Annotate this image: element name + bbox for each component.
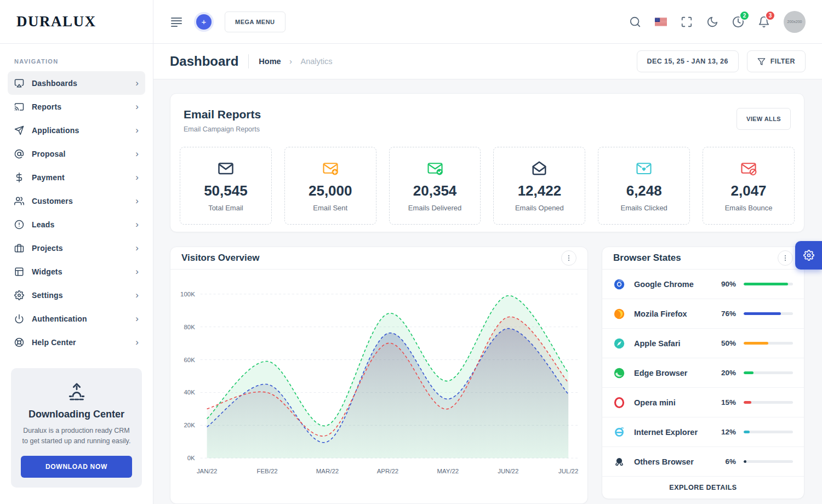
sidebar-item-settings[interactable]: Settings › [8, 283, 145, 307]
stat-label: Total Email [208, 204, 243, 212]
stat-label: Emails Opened [515, 204, 564, 212]
mega-menu-button[interactable]: MEGA MENU [225, 12, 286, 32]
stat-total-email[interactable]: 50,545 Total Email [180, 147, 272, 225]
browser-row-others[interactable]: Others Browser 6% [602, 447, 804, 477]
stat-emails-bounce[interactable]: 2,047 Emails Bounce [703, 147, 795, 225]
sidebar-item-authentication[interactable]: Authentication › [8, 307, 145, 330]
explore-details-link[interactable]: EXPLORE DETAILS [602, 477, 804, 499]
sidebar-item-label: Customers [32, 197, 128, 205]
progress-track [744, 401, 793, 404]
svg-text:MAR/22: MAR/22 [316, 468, 339, 474]
svg-text:40K: 40K [184, 389, 195, 396]
cast-icon [14, 102, 24, 112]
stat-label: Emails Delivered [408, 204, 462, 212]
visitors-overview-card: Visitors Overview 0K20K40K60K80K100KJAN/… [170, 247, 588, 504]
browser-percent: 76% [721, 310, 736, 318]
sidebar-nav: Dashboards › Reports › Applications › Pr… [0, 71, 153, 354]
browser-row-firefox[interactable]: Mozila Firefox 76% [602, 299, 804, 329]
airplay-icon [14, 78, 24, 88]
browser-row-safari[interactable]: Apple Safari 50% [602, 329, 804, 358]
stat-email-sent[interactable]: 25,000 Email Sent [284, 147, 376, 225]
sidebar-item-leads[interactable]: Leads › [8, 213, 145, 236]
sidebar-item-widgets[interactable]: Widgets › [8, 260, 145, 283]
svg-text:100K: 100K [180, 291, 195, 297]
page-title: Dashboard [170, 54, 238, 69]
dollar-sign-icon [14, 173, 24, 182]
kebab-menu-icon[interactable] [561, 250, 576, 266]
view-alls-button[interactable]: VIEW ALLS [737, 108, 791, 130]
sidebar-item-reports[interactable]: Reports › [8, 95, 145, 118]
breadcrumb-current: Analytics [301, 57, 333, 66]
browser-row-edge[interactable]: Edge Browser 20% [602, 358, 804, 388]
stat-value: 6,248 [626, 182, 662, 199]
sidebar-item-help-center[interactable]: Help Center › [8, 330, 145, 354]
stat-emails-opened[interactable]: 12,422 Emails Opened [493, 147, 585, 225]
alert-circle-icon [14, 220, 24, 230]
nav-section-label: NAVIGATION [0, 44, 153, 71]
progress-fill [744, 401, 751, 404]
fullscreen-icon[interactable] [681, 16, 693, 28]
download-center-description: Duralux is a production ready CRM to get… [21, 426, 132, 447]
avatar-placeholder-text: 200x200 [787, 20, 802, 24]
sidebar-item-projects[interactable]: Projects › [8, 236, 145, 260]
sidebar-item-label: Leads [32, 220, 128, 229]
download-now-button[interactable]: DOWNLOAD NOW [21, 456, 132, 478]
browser-row-opera[interactable]: Opera mini 15% [602, 388, 804, 417]
visitors-overview-chart[interactable]: 0K20K40K60K80K100KJAN/22FEB/22MAR/22APR/… [170, 270, 587, 502]
sidebar-item-label: Projects [32, 244, 128, 253]
sidebar-item-dashboards[interactable]: Dashboards › [8, 71, 145, 95]
progress-fill [744, 312, 781, 315]
sidebar-item-proposal[interactable]: Proposal › [8, 142, 145, 165]
sidebar-item-applications[interactable]: Applications › [8, 118, 145, 142]
svg-text:20K: 20K [184, 422, 195, 428]
sidebar-item-label: Help Center [32, 338, 128, 347]
browser-name: Google Chrome [634, 280, 721, 289]
envelope-open-icon [530, 160, 548, 176]
stat-label: Emails Clicked [621, 204, 667, 212]
search-icon[interactable] [629, 16, 641, 28]
stat-emails-clicked[interactable]: 6,248 Emails Clicked [598, 147, 690, 225]
sidebar-item-customers[interactable]: Customers › [8, 189, 145, 213]
brand-logo[interactable]: DURALUX [16, 13, 96, 30]
sunrise-icon [21, 382, 132, 401]
language-flag-us-icon[interactable] [655, 16, 667, 28]
browser-percent: 12% [721, 428, 736, 436]
browser-row-chrome[interactable]: Google Chrome 90% [602, 270, 804, 299]
svg-text:JUL/22: JUL/22 [558, 468, 578, 474]
svg-text:JUN/22: JUN/22 [498, 468, 518, 474]
browser-states-card: Browser States Google Chrome 90% [602, 247, 804, 499]
email-stats-row: 50,545 Total Email 25,000 Email Sent 20,… [170, 147, 804, 225]
progress-track [744, 431, 793, 433]
breadcrumb: Home › Analytics [259, 56, 332, 66]
chevron-right-icon: › [135, 196, 139, 205]
visitors-overview-title: Visitors Overview [181, 253, 259, 264]
browser-row-internet-explorer[interactable]: Internet Explorer 12% [602, 417, 804, 447]
chevron-right-icon: › [135, 220, 139, 229]
quick-add-button[interactable]: + [196, 14, 212, 30]
chevron-right-icon: › [135, 337, 139, 347]
theme-customizer-button[interactable] [795, 241, 822, 270]
chevron-right-icon: › [135, 102, 139, 111]
date-range-button[interactable]: DEC 15, 25 - JAN 13, 26 [637, 50, 739, 72]
envelope-slash-icon [740, 160, 757, 176]
browser-percent: 6% [725, 457, 736, 466]
stat-emails-delivered[interactable]: 20,354 Emails Delivered [389, 147, 481, 225]
filter-button[interactable]: FILTER [747, 50, 806, 72]
others-browser-icon [613, 456, 625, 468]
breadcrumb-home[interactable]: Home [259, 57, 281, 66]
sidebar-item-label: Authentication [32, 314, 128, 323]
stat-value: 12,422 [518, 182, 562, 199]
users-icon [14, 196, 24, 206]
svg-text:JAN/22: JAN/22 [197, 468, 217, 474]
avatar[interactable]: 200x200 [784, 11, 806, 33]
browser-name: Opera mini [634, 398, 721, 407]
stat-value: 50,545 [204, 182, 248, 199]
chevron-right-icon: › [135, 125, 139, 135]
dark-mode-moon-icon[interactable] [706, 16, 718, 28]
progress-track [744, 460, 793, 463]
sidebar-item-payment[interactable]: Payment › [8, 165, 145, 189]
stat-value: 2,047 [731, 182, 767, 199]
kebab-menu-icon[interactable] [778, 250, 793, 266]
hamburger-menu-icon[interactable] [170, 15, 183, 28]
envelope-icon [217, 160, 235, 176]
